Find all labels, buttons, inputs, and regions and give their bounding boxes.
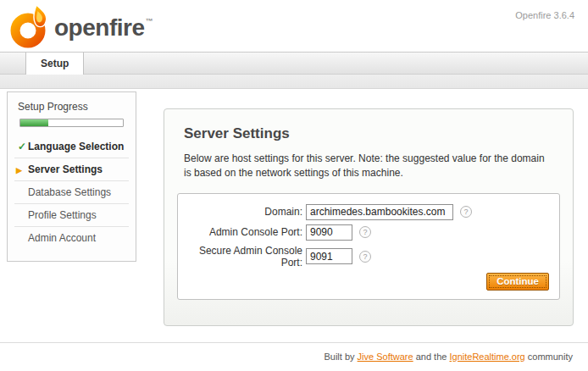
step-label: Language Selection (28, 141, 124, 152)
tab-setup[interactable]: Setup (25, 53, 84, 75)
progress-fill (20, 119, 48, 126)
footer: Built by Jive Software and the IgniteRea… (0, 342, 588, 370)
form-row-domain: Domain: ? (185, 204, 549, 220)
trademark: ™ (145, 17, 153, 25)
server-settings-form: Domain: ? Admin Console Port: ? Secure A… (177, 193, 560, 300)
footer-text: Built by (324, 352, 357, 362)
admin-port-label: Admin Console Port: (185, 226, 306, 238)
step-database-settings: Database Settings (14, 181, 129, 204)
secure-port-label: Secure Admin Console Port: (185, 245, 306, 269)
admin-port-input[interactable] (306, 224, 352, 241)
step-profile-settings: Profile Settings (14, 204, 129, 227)
page-description: Below are host settings for this server.… (184, 152, 553, 181)
tab-bar: Setup (0, 52, 588, 75)
domain-label: Domain: (185, 206, 306, 218)
help-icon[interactable]: ? (359, 251, 371, 263)
help-icon[interactable]: ? (359, 226, 371, 238)
step-label: Admin Account (28, 232, 96, 244)
header: openfire™ Openfire 3.6.4 (0, 0, 588, 52)
openfire-setup-page: openfire™ Openfire 3.6.4 Setup Setup Pro… (0, 0, 588, 371)
footer-text: community (525, 352, 573, 362)
step-admin-account: Admin Account (14, 227, 129, 249)
sub-nav-bar (0, 75, 588, 89)
setup-progress-title: Setup Progress (8, 101, 136, 119)
setup-progress-panel: Setup Progress ✓ Language Selection ▶ Se… (7, 91, 136, 262)
version-label: Openfire 3.6.4 (515, 10, 574, 20)
content-area: Setup Progress ✓ Language Selection ▶ Se… (0, 89, 588, 342)
secure-port-input[interactable] (306, 248, 352, 264)
progress-bar (19, 119, 124, 127)
openfire-logo-icon (10, 4, 51, 48)
help-icon[interactable]: ? (460, 206, 472, 218)
domain-input[interactable] (306, 204, 453, 220)
igniterealtime-link[interactable]: IgniteRealtime.org (449, 352, 524, 362)
check-icon: ✓ (18, 141, 26, 152)
brand-wordmark: openfire™ (54, 14, 153, 42)
step-label: Server Settings (28, 163, 103, 175)
form-row-secure-port: Secure Admin Console Port: ? (185, 245, 549, 269)
step-language-selection: ✓ Language Selection (14, 136, 129, 158)
step-label: Profile Settings (28, 209, 97, 221)
server-settings-card: Server Settings Below are host settings … (164, 108, 574, 326)
jive-software-link[interactable]: Jive Software (358, 352, 413, 362)
continue-button[interactable]: Continue (486, 273, 549, 291)
footer-text: and the (413, 352, 450, 362)
button-row: Continue (486, 273, 549, 291)
step-server-settings: ▶ Server Settings (14, 158, 129, 181)
arrow-right-icon: ▶ (16, 166, 22, 174)
page-title: Server Settings (184, 125, 560, 142)
step-label: Database Settings (28, 186, 111, 198)
setup-steps-list: ✓ Language Selection ▶ Server Settings D… (14, 136, 129, 249)
form-row-admin-port: Admin Console Port: ? (185, 224, 549, 241)
